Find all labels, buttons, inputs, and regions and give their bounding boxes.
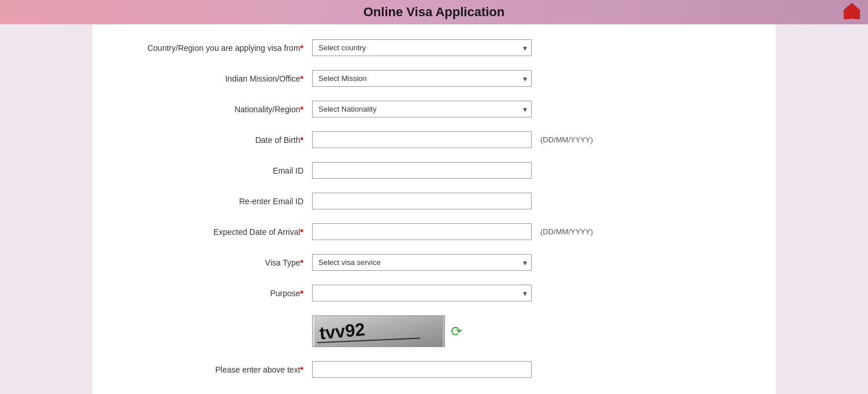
visatype-select-wrapper: Select visa service <box>312 254 532 271</box>
dob-input-cell <box>312 131 532 148</box>
mission-input-cell: Select Mission <box>312 70 532 87</box>
visatype-label: Visa Type* <box>92 258 312 267</box>
home-icon[interactable] <box>841 1 862 21</box>
reemail-input[interactable] <box>312 193 532 209</box>
dob-hint: (DD/MM/YYYY) <box>532 135 593 144</box>
country-select-wrapper: Select country <box>312 39 532 56</box>
nationality-select-wrapper: Select Nationality <box>312 101 532 117</box>
country-label: Country/Region you are applying visa fro… <box>92 43 312 53</box>
purpose-required: * <box>301 289 303 298</box>
captcha-row: tvv92 ⟳ <box>92 312 776 351</box>
continue-row: Continue <box>92 388 776 394</box>
arrival-required: * <box>301 227 303 237</box>
captcha-text-input-cell <box>312 361 532 378</box>
arrival-input-cell <box>312 223 532 240</box>
dob-label: Date of Birth* <box>92 135 312 145</box>
arrival-label: Expected Date of Arrival* <box>92 227 312 237</box>
captcha-area: tvv92 ⟳ <box>312 315 532 347</box>
visatype-row: Visa Type* Select visa service <box>92 251 776 274</box>
country-required: * <box>301 43 303 53</box>
mission-label: Indian Mission/Office* <box>92 74 312 83</box>
svg-text:tvv92: tvv92 <box>318 319 366 344</box>
email-input[interactable] <box>312 162 532 179</box>
email-label: Email ID <box>92 166 312 175</box>
email-row: Email ID <box>92 159 776 182</box>
captcha-refresh-icon[interactable]: ⟳ <box>451 323 462 340</box>
purpose-row: Purpose* <box>92 281 776 305</box>
dob-required: * <box>301 135 303 145</box>
visatype-input-cell: Select visa service <box>312 254 532 271</box>
visatype-required: * <box>301 258 303 267</box>
dob-input[interactable] <box>312 131 532 148</box>
mission-required: * <box>301 74 303 83</box>
mission-select[interactable]: Select Mission <box>312 70 532 87</box>
reemail-label: Re-enter Email ID <box>92 197 312 206</box>
arrival-row: Expected Date of Arrival* (DD/MM/YYYY) <box>92 220 776 244</box>
purpose-select-wrapper <box>312 285 532 301</box>
captcha-text-row: Please enter above text* <box>92 358 776 381</box>
purpose-label: Purpose* <box>92 289 312 298</box>
reemail-input-cell <box>312 193 532 209</box>
nationality-row: Nationality/Region* Select Nationality <box>92 97 776 121</box>
country-row: Country/Region you are applying visa fro… <box>92 36 776 60</box>
main-form-container: Country/Region you are applying visa fro… <box>92 24 776 394</box>
captcha-text-input[interactable] <box>312 361 532 378</box>
page-title: Online Visa Application <box>363 5 505 20</box>
nationality-select[interactable]: Select Nationality <box>312 101 532 117</box>
captcha-image: tvv92 <box>312 315 445 347</box>
header-bar: Online Visa Application <box>0 0 868 24</box>
captcha-text-required: * <box>301 365 303 374</box>
purpose-select[interactable] <box>312 285 532 301</box>
captcha-text-label: Please enter above text* <box>92 365 312 374</box>
email-input-cell <box>312 162 532 179</box>
mission-select-wrapper: Select Mission <box>312 70 532 87</box>
arrival-input[interactable] <box>312 223 532 240</box>
svg-rect-1 <box>850 14 855 19</box>
country-input-cell: Select country <box>312 39 532 56</box>
visatype-select[interactable]: Select visa service <box>312 254 532 271</box>
home-icon-wrapper[interactable] <box>841 1 862 24</box>
dob-row: Date of Birth* (DD/MM/YYYY) <box>92 128 776 152</box>
mission-row: Indian Mission/Office* Select Mission <box>92 67 776 90</box>
purpose-input-cell <box>312 285 532 301</box>
country-select[interactable]: Select country <box>312 39 532 56</box>
nationality-input-cell: Select Nationality <box>312 101 532 117</box>
reemail-row: Re-enter Email ID <box>92 189 776 213</box>
captcha-image-cell: tvv92 ⟳ <box>312 315 532 347</box>
nationality-required: * <box>301 105 303 114</box>
arrival-hint: (DD/MM/YYYY) <box>532 227 593 236</box>
nationality-label: Nationality/Region* <box>92 105 312 114</box>
